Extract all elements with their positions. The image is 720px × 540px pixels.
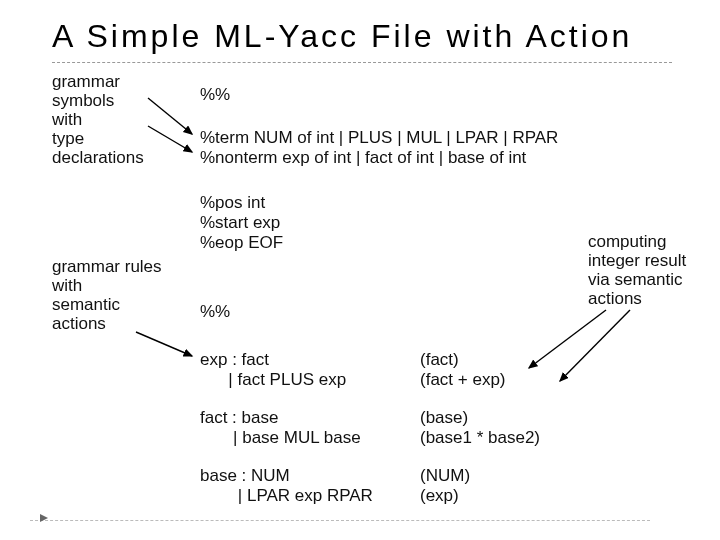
annotation-computing: computing integer result via semantic ac… bbox=[588, 232, 686, 308]
text: symbols bbox=[52, 91, 144, 110]
text: grammar rules bbox=[52, 257, 162, 276]
code-eop: %eop EOF bbox=[200, 233, 283, 253]
arrow-icon bbox=[529, 310, 606, 368]
text: integer result bbox=[588, 251, 686, 270]
action-text: (fact) bbox=[420, 350, 459, 369]
arrow-icon bbox=[148, 126, 192, 152]
arrow-icon bbox=[136, 332, 192, 356]
table-row: fact : base (base) bbox=[200, 408, 540, 428]
code-sep1: %% bbox=[200, 85, 230, 105]
text: with bbox=[52, 276, 162, 295]
action-text: (base) bbox=[420, 408, 468, 427]
arrow-icon bbox=[560, 310, 630, 381]
code-start: %start exp bbox=[200, 213, 280, 233]
table-row: | fact PLUS exp (fact + exp) bbox=[200, 370, 540, 390]
rule-text: exp : fact bbox=[200, 350, 269, 369]
rules-table: exp : fact (fact) | fact PLUS exp (fact … bbox=[200, 350, 540, 506]
text: semantic bbox=[52, 295, 162, 314]
rule-text: fact : base bbox=[200, 408, 278, 427]
code-sep2: %% bbox=[200, 302, 230, 322]
text: via semantic bbox=[588, 270, 686, 289]
rule-text: | LPAR exp RPAR bbox=[200, 486, 373, 505]
code-term: %term NUM of int | PLUS | MUL | LPAR | R… bbox=[200, 128, 558, 148]
slide-title: A Simple ML-Yacc File with Action bbox=[52, 18, 632, 55]
annotation-grammar-symbols: grammar symbols with type declarations bbox=[52, 72, 144, 167]
text: actions bbox=[588, 289, 686, 308]
action-text: (base1 * base2) bbox=[420, 428, 540, 447]
title-underline bbox=[52, 62, 672, 63]
code-nonterm: %nonterm exp of int | fact of int | base… bbox=[200, 148, 526, 168]
annotation-grammar-rules: grammar rules with semantic actions bbox=[52, 257, 162, 333]
arrow-icon bbox=[148, 98, 192, 134]
text: actions bbox=[52, 314, 162, 333]
action-text: (fact + exp) bbox=[420, 370, 506, 389]
action-text: (NUM) bbox=[420, 466, 470, 485]
play-icon bbox=[40, 514, 48, 522]
rule-text: base : NUM bbox=[200, 466, 290, 485]
text: declarations bbox=[52, 148, 144, 167]
text: computing bbox=[588, 232, 686, 251]
table-row: | LPAR exp RPAR (exp) bbox=[200, 486, 540, 506]
text: with bbox=[52, 110, 144, 129]
text: type bbox=[52, 129, 144, 148]
text: grammar bbox=[52, 72, 144, 91]
footer-rule bbox=[30, 520, 650, 521]
table-row: | base MUL base (base1 * base2) bbox=[200, 428, 540, 448]
table-row: exp : fact (fact) bbox=[200, 350, 540, 370]
action-text: (exp) bbox=[420, 486, 459, 505]
table-row: base : NUM (NUM) bbox=[200, 466, 540, 486]
rule-text: | base MUL base bbox=[200, 428, 361, 447]
code-pos: %pos int bbox=[200, 193, 265, 213]
rule-text: | fact PLUS exp bbox=[200, 370, 346, 389]
